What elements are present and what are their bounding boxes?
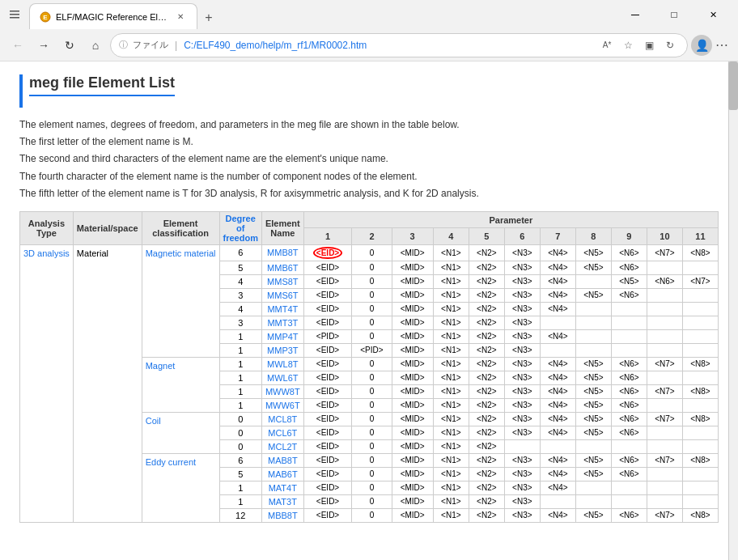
cell-param-3: <MID> <box>392 329 433 343</box>
cell-param-1: <PID> <box>303 329 352 343</box>
sidebar-toggle-button[interactable] <box>6 6 23 23</box>
cell-param-10 <box>647 329 682 343</box>
cell-param-7 <box>540 494 575 508</box>
cell-param-6: <N3> <box>504 288 540 302</box>
home-button[interactable]: ⌂ <box>84 34 107 57</box>
element-link[interactable]: MCL8T <box>268 414 297 424</box>
cell-param-2: 0 <box>352 274 392 288</box>
param-col-9: 9 <box>611 228 647 245</box>
element-link[interactable]: MMT3T <box>267 318 298 328</box>
cell-param-7: <N4> <box>540 288 575 302</box>
cell-element-name[interactable]: MMS6T <box>261 288 303 302</box>
active-tab[interactable]: E ELF/MAGIC Reference Elements ✕ <box>29 3 197 29</box>
cell-param-5: <N2> <box>469 371 504 384</box>
param-col-2: 2 <box>352 228 392 245</box>
cell-element-name[interactable]: MCL8T <box>261 412 303 426</box>
more-options-button[interactable]: ⋯ <box>714 36 732 54</box>
cell-degree: 1 <box>219 384 261 398</box>
cell-param-10: <N7> <box>647 412 682 426</box>
cell-element-name[interactable]: MAT3T <box>261 494 303 508</box>
element-link[interactable]: MCL2T <box>268 442 297 452</box>
element-link[interactable]: MMS8T <box>267 277 299 286</box>
element-link[interactable]: MMB6T <box>267 263 299 273</box>
cell-element-name[interactable]: MAT4T <box>261 481 303 494</box>
cell-param-2: 0 <box>352 357 392 371</box>
element-link[interactable]: MWW6T <box>265 401 300 410</box>
scrollbar-thumb[interactable] <box>728 62 738 110</box>
cell-element-name[interactable]: MMT3T <box>261 316 303 329</box>
cell-param-11 <box>682 371 718 384</box>
cell-param-7: <N4> <box>540 481 575 494</box>
cell-element-name[interactable]: MMP4T <box>261 329 303 343</box>
element-link[interactable]: MMS6T <box>267 291 299 300</box>
address-bar[interactable]: ⓘ ファイル | C:/ELF490_demo/help/m_rf1/MR000… <box>110 33 688 57</box>
cell-element-name[interactable]: MMB8T <box>261 244 303 261</box>
cell-param-11: <N8> <box>682 412 718 426</box>
cell-element-name[interactable]: MAB6T <box>261 467 303 481</box>
element-link[interactable]: MCL6T <box>268 428 297 438</box>
cell-element-name[interactable]: MMP3T <box>261 343 303 357</box>
new-tab-button[interactable]: + <box>197 6 220 29</box>
cell-param-4: <N1> <box>433 357 469 371</box>
cell-param-6: <N3> <box>504 494 540 508</box>
element-link[interactable]: MAT4T <box>269 483 297 493</box>
cell-element-name[interactable]: MWW8T <box>261 384 303 398</box>
cell-param-5: <N2> <box>469 274 504 288</box>
minimize-button[interactable]: ─ <box>617 2 654 28</box>
cell-param-2: 0 <box>352 384 392 398</box>
element-link[interactable]: MMT4T <box>267 304 298 314</box>
cell-param-6: <N3> <box>504 384 540 398</box>
profile-icon[interactable]: 👤 <box>691 35 712 56</box>
element-link[interactable]: MWL8T <box>267 359 299 369</box>
cell-param-5: <N2> <box>469 494 504 508</box>
cell-element-name[interactable]: MWL6T <box>261 371 303 384</box>
cell-element-name[interactable]: MMS8T <box>261 274 303 288</box>
element-link[interactable]: MMP3T <box>267 346 299 355</box>
cell-element-name[interactable]: MCL6T <box>261 426 303 439</box>
element-link[interactable]: MWW8T <box>265 387 300 397</box>
maximize-button[interactable]: □ <box>655 2 693 28</box>
element-link[interactable]: MAB8T <box>268 456 298 465</box>
cell-element-name[interactable]: MMB6T <box>261 261 303 274</box>
element-link[interactable]: MAT3T <box>269 497 297 507</box>
cell-param-3: <MID> <box>392 398 433 412</box>
cell-param-7: <N4> <box>540 302 575 316</box>
favorites-icon[interactable]: ☆ <box>619 36 637 54</box>
close-button[interactable]: ✕ <box>694 2 732 28</box>
element-link[interactable]: MBB8T <box>268 511 298 520</box>
cell-element-name[interactable]: MCL2T <box>261 439 303 453</box>
tab-close-button[interactable]: ✕ <box>174 11 187 23</box>
cell-param-4: <N1> <box>433 316 469 329</box>
cell-param-8: <N5> <box>575 426 611 439</box>
scrollbar[interactable] <box>728 62 738 560</box>
cell-classification: Magnet <box>142 357 219 412</box>
cell-degree: 1 <box>219 398 261 412</box>
cell-element-name[interactable]: MBB8T <box>261 508 303 522</box>
back-button[interactable]: ← <box>6 34 29 57</box>
refresh-button[interactable]: ↻ <box>58 34 81 57</box>
share-icon[interactable]: ↻ <box>661 36 679 54</box>
read-mode-icon[interactable]: A* <box>598 36 616 54</box>
element-link[interactable]: MMP4T <box>267 332 299 342</box>
element-link[interactable]: MWL6T <box>267 373 299 383</box>
cell-element-name[interactable]: MWL8T <box>261 357 303 371</box>
cell-param-1: <EID> <box>303 288 352 302</box>
element-link[interactable]: MMB8T <box>267 248 299 257</box>
cell-param-1: <EID> <box>303 261 352 274</box>
cell-param-10: <N7> <box>647 384 682 398</box>
element-link[interactable]: MAB6T <box>268 469 298 479</box>
forward-button[interactable]: → <box>32 34 55 57</box>
cell-param-8: <N5> <box>575 371 611 384</box>
cell-param-6: <N3> <box>504 371 540 384</box>
cell-element-name[interactable]: MMT4T <box>261 302 303 316</box>
cell-param-9: <N6> <box>611 467 647 481</box>
cell-param-6: <N3> <box>504 316 540 329</box>
cell-element-name[interactable]: MWW6T <box>261 398 303 412</box>
cell-param-4: <N1> <box>433 439 469 453</box>
collections-icon[interactable]: ▣ <box>640 36 658 54</box>
cell-element-name[interactable]: MAB8T <box>261 453 303 467</box>
cell-param-8: <N5> <box>575 384 611 398</box>
cell-param-4: <N1> <box>433 302 469 316</box>
cell-param-8: <N5> <box>575 412 611 426</box>
desc-line-1: The element names, degrees of freedom, a… <box>19 117 719 133</box>
